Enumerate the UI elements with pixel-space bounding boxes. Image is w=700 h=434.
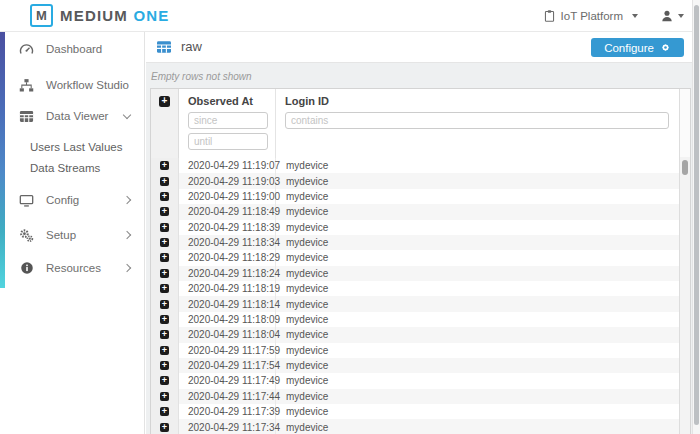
expand-cell: +: [151, 358, 179, 373]
filter-until-input[interactable]: [188, 133, 268, 150]
sidebar-item-setup[interactable]: Setup: [18, 224, 140, 246]
expand-row-button[interactable]: +: [160, 177, 169, 186]
gears-icon: [18, 228, 35, 243]
expand-row-button[interactable]: +: [160, 223, 169, 232]
table-scrollbar[interactable]: [679, 89, 690, 434]
row-observed-at: 2020-04-29 11:18:19: [179, 281, 276, 296]
sidebar-item-label: Workflow Studio: [46, 79, 129, 91]
sidebar-item-data-streams[interactable]: Data Streams: [30, 158, 100, 178]
expand-row-button[interactable]: +: [160, 392, 169, 401]
row-login-id: mydevice: [276, 296, 679, 311]
row-login-id: mydevice: [276, 312, 679, 327]
table-row: + 2020-04-29 11:17:39 mydevice: [151, 404, 679, 419]
row-login-id: mydevice: [276, 158, 679, 173]
table-row: + 2020-04-29 11:18:14 mydevice: [151, 296, 679, 311]
sidebar-item-data-viewer[interactable]: Data Viewer: [18, 105, 140, 127]
sidebar-item-label: Dashboard: [46, 43, 102, 55]
brand-name-primary: MEDIUM: [60, 7, 128, 24]
expand-cell: +: [151, 173, 179, 188]
sidebar-item-resources[interactable]: Resources: [18, 257, 140, 279]
row-observed-at: 2020-04-29 11:18:09: [179, 312, 276, 327]
row-observed-at: 2020-04-29 11:18:04: [179, 327, 276, 342]
table-icon: [156, 39, 172, 55]
gear-icon: [660, 42, 671, 53]
sidebar: Dashboard Workflow Studio Data Viewer Us…: [0, 31, 145, 434]
row-observed-at: 2020-04-29 11:17:34: [179, 419, 276, 434]
sidebar-item-config[interactable]: Config: [18, 189, 140, 211]
clipboard-icon: [543, 9, 556, 23]
platform-label: IoT Platform: [561, 10, 623, 22]
row-login-id: mydevice: [276, 235, 679, 250]
expand-cell: +: [151, 235, 179, 250]
user-menu-dropdown[interactable]: [660, 9, 684, 23]
row-observed-at: 2020-04-29 11:17:54: [179, 358, 276, 373]
platform-dropdown[interactable]: IoT Platform: [543, 9, 638, 23]
row-login-id: mydevice: [276, 266, 679, 281]
row-observed-at: 2020-04-29 11:17:59: [179, 343, 276, 358]
expand-cell: +: [151, 373, 179, 388]
expand-all-button[interactable]: +: [159, 96, 170, 107]
expand-row-button[interactable]: +: [160, 423, 169, 432]
column-header-label: Observed At: [188, 95, 275, 107]
expand-cell: +: [151, 296, 179, 311]
medium-one-logo-icon[interactable]: M: [30, 4, 53, 27]
sitemap-icon: [18, 78, 35, 93]
row-login-id: mydevice: [276, 189, 679, 204]
chevron-down-icon: [678, 14, 684, 18]
data-table: + Observed At Login ID + 2020-04-29 11:1…: [150, 88, 691, 434]
page-scrollbar-thumb[interactable]: [694, 5, 699, 425]
brand-name-accent: ONE: [133, 7, 169, 24]
filter-since-input[interactable]: [188, 112, 268, 129]
topbar-right: IoT Platform: [543, 0, 684, 31]
table-icon: [18, 109, 35, 124]
filter-contains-input[interactable]: [285, 112, 669, 129]
expand-row-button[interactable]: +: [160, 161, 169, 170]
expand-row-button[interactable]: +: [160, 207, 169, 216]
row-login-id: mydevice: [276, 250, 679, 265]
table-row: + 2020-04-29 11:18:39 mydevice: [151, 220, 679, 235]
expand-cell: +: [151, 204, 179, 219]
table-row: + 2020-04-29 11:17:59 mydevice: [151, 343, 679, 358]
expand-row-button[interactable]: +: [160, 284, 169, 293]
expand-row-button[interactable]: +: [160, 376, 169, 385]
table-scrollbar-thumb[interactable]: [682, 160, 688, 175]
expand-row-button[interactable]: +: [160, 407, 169, 416]
expand-cell: +: [151, 343, 179, 358]
expand-cell: +: [151, 404, 179, 419]
table-row: + 2020-04-29 11:18:09 mydevice: [151, 312, 679, 327]
row-login-id: mydevice: [276, 204, 679, 219]
column-header-label: Login ID: [285, 95, 679, 107]
sidebar-accent-strip: [0, 31, 5, 288]
sidebar-item-label: Setup: [46, 229, 76, 241]
row-observed-at: 2020-04-29 11:19:07: [179, 158, 276, 173]
logo-letter: M: [36, 8, 47, 23]
row-observed-at: 2020-04-29 11:19:03: [179, 173, 276, 188]
table-row: + 2020-04-29 11:19:00 mydevice: [151, 189, 679, 204]
expand-row-button[interactable]: +: [160, 361, 169, 370]
table-row: + 2020-04-29 11:19:07 mydevice: [151, 158, 679, 173]
column-observed-at: Observed At: [179, 89, 276, 158]
table-scrollbar-track: [680, 89, 690, 157]
row-login-id: mydevice: [276, 327, 679, 342]
expand-row-button[interactable]: +: [160, 346, 169, 355]
expand-row-button[interactable]: +: [160, 330, 169, 339]
sidebar-item-workflow-studio[interactable]: Workflow Studio: [18, 74, 140, 96]
expand-cell: +: [151, 250, 179, 265]
row-observed-at: 2020-04-29 11:17:44: [179, 389, 276, 404]
expand-row-button[interactable]: +: [160, 192, 169, 201]
expand-cell: +: [151, 281, 179, 296]
expand-row-button[interactable]: +: [160, 269, 169, 278]
expand-row-button[interactable]: +: [160, 315, 169, 324]
sidebar-item-dashboard[interactable]: Dashboard: [18, 38, 140, 60]
row-observed-at: 2020-04-29 11:18:24: [179, 266, 276, 281]
expand-row-button[interactable]: +: [160, 300, 169, 309]
sidebar-item-users-last-values[interactable]: Users Last Values: [30, 137, 122, 157]
main-content: raw Configure Empty rows not shown + Obs…: [146, 31, 692, 434]
sidebar-subitem-label: Users Last Values: [30, 141, 122, 153]
page-scrollbar[interactable]: [692, 0, 700, 434]
expand-row-button[interactable]: +: [160, 253, 169, 262]
expand-cell: +: [151, 220, 179, 235]
expand-row-button[interactable]: +: [160, 238, 169, 247]
configure-button[interactable]: Configure: [591, 38, 684, 57]
table-row: + 2020-04-29 11:17:54 mydevice: [151, 358, 679, 373]
